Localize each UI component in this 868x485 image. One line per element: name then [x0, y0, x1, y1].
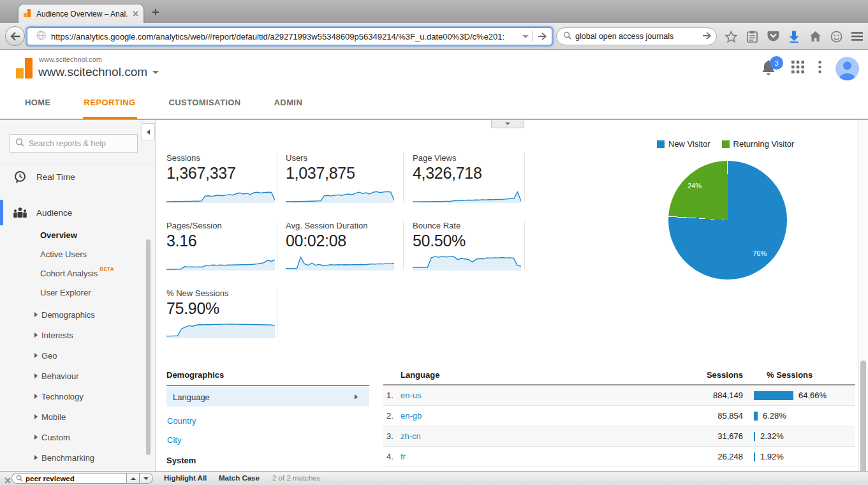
metric-label: Pages/Session [166, 221, 277, 230]
downloads-icon[interactable] [787, 29, 801, 43]
table-row[interactable]: 4.fr26,2481.92% [383, 447, 855, 467]
chevron-down-icon [505, 123, 510, 125]
nav-tab-reporting[interactable]: REPORTING [83, 87, 137, 119]
sidebar-item-custom[interactable]: Custom [34, 427, 95, 447]
metric-card-users[interactable]: Users1,037,875 [277, 153, 404, 202]
go-button[interactable] [533, 33, 552, 40]
language-link[interactable]: en-us [401, 391, 645, 400]
col-sessions[interactable]: Sessions [628, 370, 743, 384]
window-scrollbar-thumb[interactable] [860, 361, 866, 485]
match-case-button[interactable]: Match Case [219, 474, 260, 482]
sidebar-scrollbar[interactable] [146, 239, 151, 455]
pct-sessions-cell: 2.32% [743, 431, 855, 441]
report-sidebar: Real Time Audience OverviewActive UsersC… [0, 120, 156, 471]
sidebar-item-real-time[interactable]: Real Time [0, 164, 155, 190]
find-next-button[interactable] [140, 473, 153, 484]
menu-hamburger-icon[interactable] [850, 29, 864, 43]
table-row[interactable]: 1.en-us884,14964.66% [383, 385, 855, 406]
sidebar-item-user-explorer[interactable]: User Explorer [40, 283, 114, 302]
findbar-input[interactable] [26, 475, 108, 482]
google-apps-grid-icon[interactable] [791, 61, 804, 76]
table-row[interactable]: 2.en-gb85,8546.28% [383, 406, 855, 426]
bookmarks-list-icon[interactable] [745, 29, 759, 43]
back-button[interactable] [5, 26, 25, 46]
sidebar-item-label: Benchmarking [41, 453, 94, 463]
browser-tab[interactable]: Audience Overview – Anal... [18, 4, 144, 23]
more-options-kebab-icon[interactable] [818, 61, 821, 76]
sidebar-item-behaviour[interactable]: Behaviour [34, 366, 95, 386]
tab-close-icon[interactable] [133, 11, 138, 17]
bookmark-star-icon[interactable] [724, 29, 738, 43]
chart-collapse-tab[interactable] [491, 120, 524, 128]
pocket-icon[interactable] [766, 29, 780, 43]
metric-card-bounce-rate[interactable]: Bounce Rate50.50% [404, 221, 525, 269]
analytics-header: www.scitechnol.com www.scitechnol.com 3 [0, 50, 868, 87]
sidebar-collapse-button[interactable] [142, 123, 155, 140]
metric-card-pages-session[interactable]: Pages/Session3.16 [166, 221, 277, 269]
legend-item-new-visitor[interactable]: New Visitor [657, 139, 710, 149]
analytics-logo-icon[interactable] [16, 58, 33, 82]
metric-row: Pages/Session3.16Avg. Session Duration00… [166, 221, 525, 269]
sidebar-item-technology[interactable]: Technology [34, 386, 95, 407]
legend-item-returning-visitor[interactable]: Returning Visitor [722, 139, 795, 149]
metric-label: Users [286, 153, 403, 163]
sidebar-item-benchmarking[interactable]: Benchmarking [34, 447, 95, 468]
search-go-icon[interactable] [702, 31, 711, 42]
row-rank: 1. [386, 391, 401, 400]
sidebar-item-overview[interactable]: Overview [40, 225, 114, 244]
hello-chat-icon[interactable] [829, 29, 843, 43]
language-link[interactable]: fr [401, 452, 645, 461]
metric-label: Bounce Rate [413, 221, 524, 230]
browser-search-input[interactable] [575, 32, 702, 41]
metric-cards: Sessions1,367,337Users1,037,875Page View… [166, 153, 525, 356]
metric-label: Avg. Session Duration [286, 221, 403, 230]
findbar-search-field[interactable] [11, 473, 126, 484]
nav-tab-customisation[interactable]: CUSTOMISATION [168, 87, 242, 119]
browser-search-bar[interactable] [556, 27, 717, 45]
language-link[interactable]: zh-cn [401, 431, 645, 441]
sidebar-item-interests[interactable]: Interests [34, 325, 95, 345]
demographics-title: Demographics [166, 370, 369, 386]
sidebar-item-mobile[interactable]: Mobile [34, 407, 95, 427]
home-icon[interactable] [808, 29, 822, 43]
window-scrollbar-track[interactable] [858, 120, 868, 471]
metric-card-avg-session-duration[interactable]: Avg. Session Duration00:02:08 [277, 221, 404, 269]
dimension-link-city[interactable]: City [166, 435, 369, 445]
sidebar-search-box[interactable] [10, 134, 138, 153]
visitor-type-pie-chart[interactable]: 76%24% [668, 161, 787, 280]
nav-tab-admin[interactable]: ADMIN [273, 87, 304, 119]
analytics-nav-bar: HOMEREPORTINGCUSTOMISATIONADMIN [0, 87, 868, 120]
expand-arrow-icon [34, 435, 38, 440]
url-dropdown-icon[interactable] [519, 35, 532, 38]
sidebar-item-active-users[interactable]: Active Users [40, 244, 114, 264]
ga-favicon-icon [24, 8, 32, 20]
property-selector[interactable]: www.scitechnol.com [38, 65, 159, 79]
dimension-row-language[interactable]: Language [166, 387, 369, 407]
findbar-close-icon[interactable] [4, 475, 11, 485]
url-bar[interactable] [27, 27, 552, 45]
site-identity-globe-icon[interactable] [36, 31, 46, 43]
sidebar-item-geo[interactable]: Geo [34, 345, 95, 366]
nav-tab-home[interactable]: HOME [24, 87, 52, 119]
metric-value: 3.16 [166, 232, 277, 250]
notifications-button[interactable]: 3 [761, 60, 777, 77]
sidebar-item-demographics[interactable]: Demographics [34, 304, 95, 325]
highlight-all-button[interactable]: Highlight All [164, 474, 207, 482]
user-avatar[interactable] [835, 57, 859, 80]
find-previous-button[interactable] [126, 473, 140, 484]
table-header: Language Sessions % Sessions [383, 370, 855, 385]
col-pct-sessions[interactable]: % Sessions [743, 370, 855, 384]
sidebar-item-cohort-analysis[interactable]: Cohort AnalysisBETA [40, 264, 114, 283]
metric-card-page-views[interactable]: Page Views4,326,718 [404, 153, 525, 202]
metric-card-sessions[interactable]: Sessions1,367,337 [166, 153, 277, 202]
table-row[interactable]: 3.zh-cn31,6762.32% [383, 426, 855, 447]
url-input[interactable] [51, 32, 519, 41]
language-link[interactable]: en-gb [401, 411, 645, 421]
browser-toolbar [0, 23, 868, 50]
metric-card--new-sessions[interactable]: % New Sessions75.90% [166, 288, 277, 337]
new-tab-button[interactable] [152, 8, 159, 16]
sidebar-search-input[interactable] [29, 139, 131, 148]
col-language[interactable]: Language [383, 370, 628, 384]
dimension-link-country[interactable]: Country [166, 416, 369, 426]
sidebar-item-audience[interactable]: Audience [0, 200, 155, 225]
